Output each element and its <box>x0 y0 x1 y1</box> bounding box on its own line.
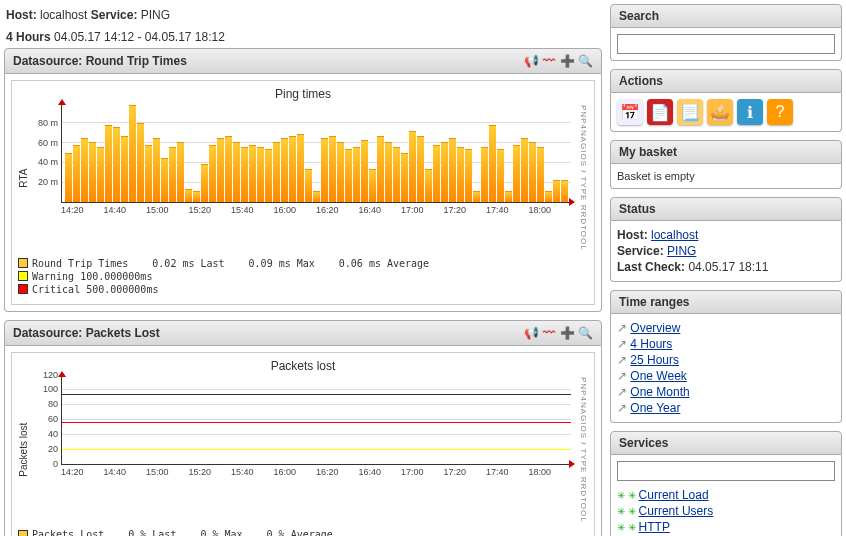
bar <box>249 145 256 202</box>
bar <box>113 127 120 202</box>
chart1-legend: Round Trip Times 0.02 ms Last 0.09 ms Ma… <box>16 253 590 300</box>
add-icon[interactable]: ➕ <box>559 53 575 69</box>
pdf-icon[interactable]: 📄 <box>647 99 673 125</box>
timerange-link[interactable]: 4 Hours <box>630 337 672 351</box>
bar <box>433 145 440 202</box>
bar <box>489 125 496 202</box>
megaphone-icon[interactable]: 📢 <box>523 53 539 69</box>
time-range-line: 4 Hours 04.05.17 14:12 - 04.05.17 18:12 <box>4 26 602 48</box>
bar <box>73 145 80 202</box>
bar <box>321 138 328 202</box>
bar <box>65 153 72 203</box>
add-icon[interactable]: ➕ <box>559 325 575 341</box>
actions-header: Actions <box>610 69 842 93</box>
stats-icon[interactable]: 〰 <box>541 325 557 341</box>
status-header: Status <box>610 197 842 221</box>
bar <box>361 140 368 202</box>
bar <box>425 169 432 202</box>
service-link[interactable]: HTTP <box>639 520 670 534</box>
bar <box>401 153 408 203</box>
bar <box>273 142 280 203</box>
bar <box>257 147 264 202</box>
timerange-item: One Week <box>617 368 835 384</box>
bar <box>345 149 352 202</box>
bar <box>481 147 488 202</box>
bar <box>313 191 320 202</box>
bar <box>553 180 560 202</box>
threshold-line <box>62 422 571 423</box>
xml-icon[interactable]: 📃 <box>677 99 703 125</box>
bar <box>81 138 88 202</box>
bar <box>105 125 112 202</box>
bar <box>497 149 504 202</box>
bar <box>137 123 144 202</box>
bar <box>289 136 296 202</box>
chart2-header: Datasource: Packets Lost 📢 〰 ➕ 🔍 <box>4 320 602 346</box>
bar <box>233 142 240 203</box>
bar <box>217 138 224 202</box>
zoom-icon[interactable]: 🔍 <box>577 53 593 69</box>
chart1-header: Datasource: Round Trip Times 📢 〰 ➕ 🔍 <box>4 48 602 74</box>
bar <box>193 191 200 202</box>
threshold-line <box>62 449 571 450</box>
bar <box>329 136 336 202</box>
megaphone-icon[interactable]: 📢 <box>523 325 539 341</box>
status-host-link[interactable]: localhost <box>651 228 698 242</box>
service-link[interactable]: Current Load <box>639 488 709 502</box>
bar <box>393 147 400 202</box>
bar <box>177 142 184 203</box>
timerange-link[interactable]: 25 Hours <box>630 353 679 367</box>
services-header: Services <box>610 431 842 455</box>
bar <box>121 136 128 202</box>
bar <box>409 131 416 203</box>
swatch-warning <box>18 271 28 281</box>
bar <box>297 134 304 202</box>
bar <box>353 147 360 202</box>
swatch-critical <box>18 284 28 294</box>
pie-icon[interactable]: 🥧 <box>707 99 733 125</box>
basket-header: My basket <box>610 140 842 164</box>
stats-icon[interactable]: 〰 <box>541 53 557 69</box>
timerange-item: Overview <box>617 320 835 336</box>
swatch-main <box>18 530 28 536</box>
bar <box>473 191 480 202</box>
services-filter-input[interactable] <box>617 461 835 481</box>
bar <box>369 169 376 202</box>
bar <box>505 191 512 202</box>
bar <box>201 164 208 203</box>
bar <box>465 149 472 202</box>
service-item: Current Load <box>617 487 835 503</box>
search-header: Search <box>610 4 842 28</box>
search-input[interactable] <box>617 34 835 54</box>
bar <box>241 147 248 202</box>
bar <box>145 145 152 202</box>
help-icon[interactable]: ? <box>767 99 793 125</box>
bar <box>449 138 456 202</box>
chart2-legend: Packets Lost 0 % Last 0 % Max 0 % Averag… <box>16 524 590 536</box>
service-item: HTTP <box>617 519 835 535</box>
basket-empty: Basket is empty <box>617 170 695 182</box>
bar <box>513 145 520 202</box>
timerange-item: 4 Hours <box>617 336 835 352</box>
status-service-link[interactable]: PING <box>667 244 696 258</box>
timerange-link[interactable]: One Week <box>630 369 686 383</box>
bar <box>225 136 232 202</box>
threshold-line <box>62 394 571 395</box>
service-link[interactable]: Current Users <box>639 504 714 518</box>
timerange-link[interactable]: One Month <box>630 385 689 399</box>
chart1: Ping times RTA 20 m40 m60 m80 m 14:2014:… <box>11 80 595 305</box>
bar <box>529 142 536 203</box>
bar <box>97 147 104 202</box>
bar <box>129 105 136 202</box>
timeranges-header: Time ranges <box>610 290 842 314</box>
bar <box>457 147 464 202</box>
zoom-icon[interactable]: 🔍 <box>577 325 593 341</box>
bar <box>209 145 216 202</box>
timerange-item: One Year <box>617 400 835 416</box>
info-icon[interactable]: ℹ <box>737 99 763 125</box>
calendar-icon[interactable]: 📅 <box>617 99 643 125</box>
timerange-link[interactable]: One Year <box>630 401 680 415</box>
bar <box>89 142 96 203</box>
service-item: Current Users <box>617 503 835 519</box>
timerange-link[interactable]: Overview <box>630 321 680 335</box>
